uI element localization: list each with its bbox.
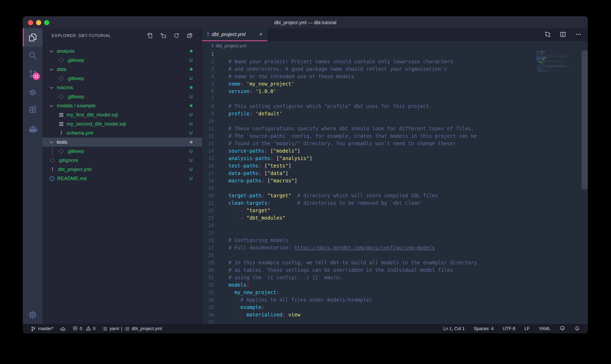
line-number: 3 — [202, 65, 214, 73]
extensions-activity-button[interactable] — [23, 101, 42, 119]
errors-icon — [72, 325, 78, 332]
branch-name: master* — [38, 326, 54, 331]
eol-indicator[interactable]: LF — [524, 326, 530, 331]
code-line-10[interactable]: 10 — [202, 117, 588, 125]
code-line-23[interactable]: 23 - "dbt_modules" — [202, 214, 588, 222]
editor-scrollbar[interactable] — [582, 51, 588, 189]
close-tab-icon[interactable]: × — [259, 32, 263, 37]
code-line-32[interactable]: 32models: — [202, 281, 588, 289]
close-window-button[interactable] — [28, 20, 33, 25]
code-line-30[interactable]: 30# as tables. These settings can be ove… — [202, 266, 588, 274]
tree-item-dbt-project-yml[interactable]: dbt_project.ymlU — [42, 165, 202, 174]
tree-item-macros[interactable]: macros — [42, 83, 202, 92]
code-line-21[interactable]: 21clean-targets: # directories to be rem… — [202, 199, 588, 207]
feedback-smiley-icon[interactable] — [560, 325, 565, 332]
code-line-8[interactable]: 8# This setting configures which "profil… — [202, 103, 588, 110]
code-line-7[interactable]: 7 — [202, 95, 588, 103]
code-line-4[interactable]: 4# name or the intended use of these mod… — [202, 73, 588, 80]
settings-button[interactable] — [23, 306, 42, 324]
breadcrumb[interactable]: ! dbt_project.yml — [202, 41, 588, 51]
tree-item-gitkeep[interactable]: .gitkeepU — [42, 74, 202, 83]
tab-dbt-project-yml[interactable]: ! dbt_project.yml × — [202, 28, 267, 41]
code-line-3[interactable]: 3# and underscores. A good package name … — [202, 65, 588, 73]
line-number: 5 — [202, 80, 214, 88]
code-line-5[interactable]: 5name: 'my_new_project' — [202, 80, 588, 88]
tree-item-tests[interactable]: tests — [42, 138, 202, 147]
yaml-mode-indicator[interactable]: yaml | dbt_project.yml — [102, 326, 162, 332]
folder-status-dot — [190, 141, 193, 143]
breadcrumb-file[interactable]: dbt_project.yml — [216, 43, 247, 49]
source-control-activity-button[interactable]: 11 — [23, 65, 42, 83]
minimize-window-button[interactable] — [36, 20, 41, 25]
code-line-35[interactable]: 35 example: — [202, 304, 588, 311]
tree-item-gitignore[interactable]: .gitignoreU — [42, 156, 202, 165]
language-indicator[interactable]: YAML — [539, 326, 551, 331]
search-icon — [28, 51, 38, 60]
explorer-activity-button[interactable] — [23, 28, 42, 47]
tree-item-readme-md[interactable]: README.mdU — [42, 174, 202, 183]
code-line-17[interactable]: 17data-paths: ["data"] — [202, 169, 588, 177]
debug-activity-button[interactable] — [23, 83, 42, 101]
code-line-14[interactable]: 14source-paths: ["models"] — [202, 147, 588, 155]
sync-changes-button[interactable] — [60, 326, 66, 332]
code-line-28[interactable]: 28 — [202, 251, 588, 259]
tree-item-data[interactable]: data — [42, 65, 202, 74]
code-line-26[interactable]: 26# Configuring models — [202, 237, 588, 244]
code-line-1[interactable]: 1 — [202, 51, 588, 58]
code-line-11[interactable]: 11# These configurations specify where d… — [202, 125, 588, 132]
tree-item-gitkeep[interactable]: .gitkeepU — [42, 147, 202, 156]
git-branch-indicator[interactable]: master* — [31, 326, 54, 332]
extensions-icon — [28, 105, 38, 115]
collapse-folders-button[interactable] — [187, 32, 193, 39]
code-line-36[interactable]: 36 materialized: view — [202, 311, 588, 318]
code-line-27[interactable]: 27# Full documentation: https://docs.get… — [202, 244, 588, 251]
tab-bar: ! dbt_project.yml × — [202, 28, 588, 41]
indentation-indicator[interactable]: Spaces: 4 — [474, 326, 494, 331]
code-line-6[interactable]: 6version: '1.0.0' — [202, 88, 588, 95]
code-line-33[interactable]: 33 my_new_project: — [202, 289, 588, 296]
code-line-13[interactable]: 13# found in the "models/" directory. Yo… — [202, 140, 588, 147]
code-line-31[interactable]: 31# using the `{{ config(...) }}` macro. — [202, 274, 588, 281]
zoom-window-button[interactable] — [44, 20, 49, 25]
tree-item-my-first-dbt-model-sql[interactable]: my_first_dbt_model.sqlU — [42, 110, 202, 119]
tree-item-gitkeep[interactable]: .gitkeepU — [42, 56, 202, 65]
code-line-18[interactable]: 18macro-paths: ["macros"] — [202, 177, 588, 184]
traffic-lights — [28, 17, 49, 28]
split-editor-button[interactable] — [560, 31, 566, 39]
docker-activity-button[interactable] — [23, 119, 42, 138]
search-activity-button[interactable] — [23, 47, 42, 65]
code-line-34[interactable]: 34 # Applies to all files under models/e… — [202, 296, 588, 304]
code-line-9[interactable]: 9profile: 'default' — [202, 110, 588, 117]
cursor-position[interactable]: Ln 1, Col 1 — [443, 326, 465, 331]
code-line-15[interactable]: 15analysis-paths: ["analysis"] — [202, 155, 588, 162]
refresh-button[interactable] — [173, 32, 180, 39]
notifications-bell-icon[interactable] — [574, 325, 580, 332]
problems-indicator[interactable]: 0 0 — [72, 325, 96, 332]
code-line-25[interactable]: 25 — [202, 229, 588, 237]
code-line-22[interactable]: 22 - "target" — [202, 207, 588, 214]
tree-item-my-second-dbt-model-sql[interactable]: my_second_dbt_model.sqlU — [42, 119, 202, 129]
encoding-indicator[interactable]: UTF-8 — [503, 326, 515, 331]
code-line-19[interactable]: 19 — [202, 184, 588, 192]
code-line-29[interactable]: 29# In this example config, we tell dbt … — [202, 259, 588, 266]
open-changes-button[interactable] — [544, 31, 551, 39]
code-line-2[interactable]: 2# Name your project! Project names shou… — [202, 58, 588, 65]
new-file-button[interactable] — [147, 32, 153, 39]
more-actions-button[interactable] — [575, 31, 582, 39]
status-bar: master* 0 0 yaml | dbt_project.yml Ln 1,… — [23, 324, 588, 333]
code-line-16[interactable]: 16test-paths: ["tests"] — [202, 162, 588, 169]
code-line-12[interactable]: 12# The `source-paths` config, for examp… — [202, 132, 588, 140]
tree-item-models-example[interactable]: models / example — [42, 101, 202, 110]
tree-item-schema-yml[interactable]: schema.ymlU — [42, 129, 202, 138]
tree-item-analysis[interactable]: analysis — [42, 47, 202, 56]
file-tree: analysis.gitkeepUdata.gitkeepUmacros.git… — [42, 47, 202, 183]
yaml-file-icon: ! — [212, 43, 213, 49]
code-line-24[interactable]: 24 — [202, 222, 588, 229]
new-folder-button[interactable] — [160, 32, 166, 39]
code-editor[interactable]: 12# Name your project! Project names sho… — [202, 51, 588, 324]
line-number: 13 — [202, 140, 214, 147]
code-line-20[interactable]: 20target-path: "target" # directory whic… — [202, 192, 588, 199]
chevron-down-icon — [50, 67, 53, 71]
code-line-37[interactable]: 37 — [202, 318, 588, 324]
tree-item-gitkeep[interactable]: .gitkeepU — [42, 92, 202, 101]
